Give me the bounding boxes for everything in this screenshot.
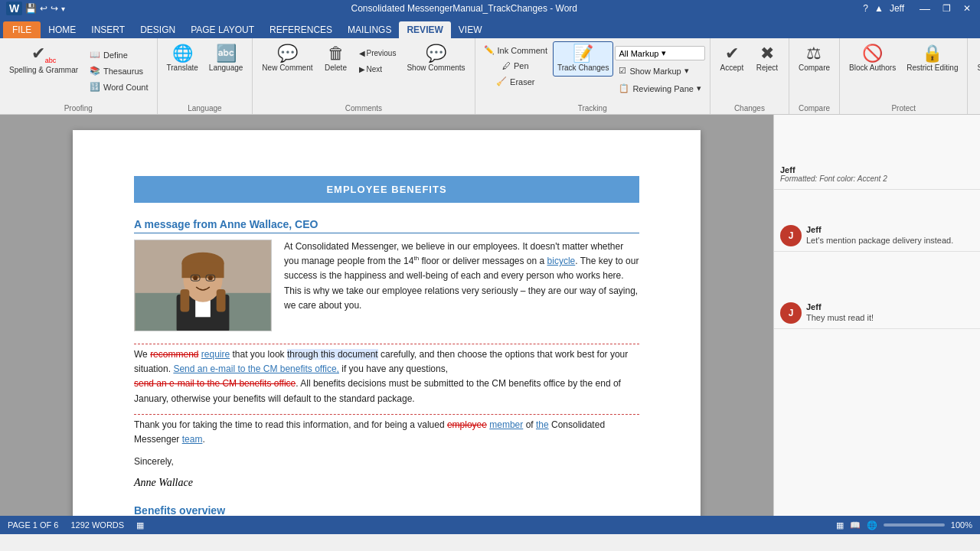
pen-icon: 🖊	[502, 61, 511, 70]
reviewing-pane-button[interactable]: 📋 Reviewing Pane ▾	[615, 81, 705, 96]
thesaurus-icon: 📚	[90, 66, 100, 76]
close-button[interactable]: ✕	[960, 3, 974, 14]
statusbar-right: ▦ 📖 🌐 100%	[836, 520, 972, 530]
ceo-text: At Consolidated Messenger, we believe in…	[284, 240, 639, 331]
minimize-button[interactable]: —	[916, 2, 933, 15]
comment-text-2: Let's mention package delivery instead.	[806, 236, 974, 245]
svg-rect-6	[181, 263, 224, 279]
eraser-button[interactable]: 🧹 Eraser	[492, 74, 538, 89]
quick-access-save[interactable]: 💾	[25, 3, 37, 14]
changes-label: Changes	[715, 103, 784, 112]
view-web-icon[interactable]: 🌐	[867, 520, 877, 530]
previous-button[interactable]: ◀ Previous	[354, 46, 401, 60]
quick-access-redo[interactable]: ↪	[51, 3, 58, 14]
define-button[interactable]: 📖 Define	[86, 47, 152, 62]
comment-avatar-3: J	[780, 302, 802, 324]
comment-3: J Jeff They must read it!	[774, 298, 980, 329]
show-markup-button[interactable]: ☑ Show Markup ▾	[615, 64, 705, 78]
reject-icon: ✖	[760, 45, 774, 62]
view-normal-icon[interactable]: ▦	[836, 520, 844, 530]
compare-button[interactable]: ⚖ Compare	[794, 41, 835, 77]
tracked-section-1: We recommend require that you look throu…	[134, 344, 639, 406]
spelling-icon: ✔abc	[31, 45, 57, 64]
track-changes-button[interactable]: 📝 Track Changes	[553, 41, 613, 77]
ribbon-group-tracking: ✏️ Ink Comment 🖊 Pen 🧹 Eraser 📝 Track Ch…	[475, 38, 710, 114]
comment-text-3: They must read it!	[806, 313, 974, 322]
translate-icon: 🌐	[172, 45, 193, 62]
next-button[interactable]: ▶ Next	[354, 62, 401, 77]
block-authors-icon: 🚫	[862, 45, 883, 62]
all-markup-label: All Markup	[619, 49, 658, 58]
comments-label: Comments	[257, 103, 469, 112]
translate-button[interactable]: 🌐 Translate	[162, 41, 203, 77]
tab-references[interactable]: REFERENCES	[262, 21, 340, 38]
restore-button[interactable]: ❐	[939, 3, 954, 14]
tab-view[interactable]: VIEW	[451, 21, 490, 38]
protect-label: Protect	[844, 103, 962, 112]
ribbon-group-proofing: ✔abc Spelling & Grammar 📖 Define 📚 Thesa…	[0, 38, 158, 114]
ribbon-tabs: FILE HOME INSERT DESIGN PAGE LAYOUT REFE…	[0, 17, 980, 38]
ribbon-group-language: 🌐 Translate 🔤 Language Language	[158, 38, 253, 114]
user-name: Jeff	[890, 3, 904, 14]
tab-insert[interactable]: INSERT	[83, 21, 132, 38]
show-comments-button[interactable]: 💬 Show Comments	[402, 41, 469, 77]
quick-access-undo[interactable]: ↩	[40, 3, 47, 14]
reviewing-pane-arrow: ▾	[697, 83, 701, 93]
pen-button[interactable]: 🖊 Pen	[498, 59, 533, 73]
previous-icon: ◀	[359, 49, 365, 57]
delete-button[interactable]: 🗑 Delete	[319, 41, 353, 77]
svg-rect-7	[181, 289, 190, 312]
word-count-button[interactable]: 🔢 Word Count	[86, 80, 152, 94]
tab-page-layout[interactable]: PAGE LAYOUT	[183, 21, 262, 38]
document-scroll[interactable]: EMPLOYEE BENEFITS A message from Anne Wa…	[0, 115, 773, 516]
ink-comment-button[interactable]: ✏️ Ink Comment	[480, 43, 551, 57]
document-area: EMPLOYEE BENEFITS A message from Anne Wa…	[0, 115, 980, 516]
help-button[interactable]: ?	[863, 3, 868, 14]
doc-header: EMPLOYEE BENEFITS	[134, 176, 639, 203]
link2[interactable]: the	[536, 419, 549, 430]
all-markup-dropdown[interactable]: All Markup ▾	[615, 46, 705, 60]
show-comments-icon: 💬	[426, 45, 446, 62]
reject-button[interactable]: ✖ Reject	[750, 41, 784, 77]
ribbon-collapse[interactable]: ▲	[874, 3, 884, 14]
tab-home[interactable]: HOME	[41, 21, 83, 38]
comment-author-3: Jeff	[806, 302, 974, 311]
ribbon-group-changes: ✔ Accept ✖ Reject Changes	[710, 38, 789, 114]
accept-button[interactable]: ✔ Accept	[715, 41, 749, 77]
svg-point-9	[193, 276, 198, 280]
inserted-require: require	[201, 349, 230, 360]
accept-icon: ✔	[725, 45, 739, 62]
thesaurus-button[interactable]: 📚 Thesaurus	[86, 64, 152, 78]
language-button[interactable]: 🔤 Language	[204, 41, 248, 77]
restrict-editing-button[interactable]: 🔒 Restrict Editing	[902, 41, 962, 77]
tab-design[interactable]: DESIGN	[132, 21, 183, 38]
compare-label: Compare	[794, 103, 835, 112]
page-indicator: PAGE 1 OF 6	[8, 520, 58, 530]
ink-label: Ink	[972, 103, 980, 112]
tab-review[interactable]: REVIEW	[399, 21, 450, 38]
status-bar: PAGE 1 OF 6 1292 WORDS ▦ ▦ 📖 🌐 100%	[0, 516, 980, 534]
sincerely: Sincerely,	[134, 455, 639, 469]
next-icon: ▶	[359, 65, 365, 73]
tab-file[interactable]: FILE	[3, 21, 41, 38]
format-note-author: Jeff	[780, 165, 974, 174]
compare-icon: ⚖	[806, 45, 822, 62]
new-comment-button[interactable]: 💬 New Comment	[257, 41, 317, 77]
view-read-icon[interactable]: 📖	[850, 520, 861, 530]
spelling-grammar-button[interactable]: ✔abc Spelling & Grammar	[5, 41, 83, 79]
tab-mailings[interactable]: MAILINGS	[340, 21, 399, 38]
comment-body-2: Jeff Let's mention package delivery inst…	[806, 225, 974, 245]
link1[interactable]: Send an e-mail to the CM benefits office…	[173, 364, 339, 374]
zoom-slider[interactable]	[884, 523, 945, 527]
start-inking-button[interactable]: ✒ Start Inking	[972, 41, 980, 77]
ribbon-group-compare: ⚖ Compare Compare	[789, 38, 840, 114]
ceo-photo	[134, 240, 272, 331]
signature: Anne Wallace	[134, 477, 639, 489]
section2-heading: Benefits overview	[134, 504, 639, 516]
link3[interactable]: team	[182, 434, 203, 445]
window-title: Consolidated MessengerManual_TrackChange…	[65, 3, 863, 14]
restrict-editing-icon: 🔒	[922, 45, 942, 62]
ribbon-group-protect: 🚫 Block Authors 🔒 Restrict Editing Prote…	[840, 38, 968, 114]
show-markup-arrow: ▾	[684, 66, 689, 76]
block-authors-button[interactable]: 🚫 Block Authors	[844, 41, 900, 77]
